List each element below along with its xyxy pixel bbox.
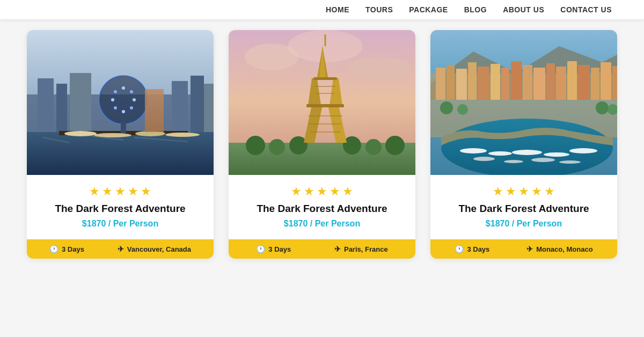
star-icon: ★ xyxy=(291,185,302,199)
svg-point-35 xyxy=(246,136,265,155)
card-location: ✈ Monaco, Monaco xyxy=(526,245,592,253)
svg-point-87 xyxy=(596,101,609,114)
svg-point-79 xyxy=(544,152,569,157)
svg-rect-8 xyxy=(27,132,214,175)
svg-point-24 xyxy=(122,110,125,113)
card-location: ✈ Paris, France xyxy=(334,245,388,253)
svg-rect-61 xyxy=(468,62,477,100)
site-header: HOMETOURSPACKAGEBLOGABOUT USCONTACT US xyxy=(0,0,644,19)
svg-point-85 xyxy=(440,101,453,114)
svg-point-76 xyxy=(460,148,487,153)
star-icon: ★ xyxy=(518,185,529,199)
card-days: 🕐 3 Days xyxy=(455,245,489,253)
card-location: ✈ Vancouver, Canada xyxy=(118,245,191,253)
nav-item-about[interactable]: ABOUT US xyxy=(503,5,544,14)
nav-item-tours[interactable]: TOURS xyxy=(365,5,393,14)
card-stars: ★★★★★ xyxy=(291,185,353,199)
svg-rect-7 xyxy=(204,84,214,137)
svg-point-77 xyxy=(488,151,512,156)
nav-item-package[interactable]: PACKAGE xyxy=(409,5,448,14)
svg-rect-58 xyxy=(436,68,445,100)
star-icon: ★ xyxy=(115,185,126,199)
card-location-label: Vancouver, Canada xyxy=(127,245,191,253)
card-title: The Dark Forest Adventure xyxy=(257,203,387,215)
card-1[interactable]: ★★★★★ The Dark Forest Adventure $1870 / … xyxy=(27,30,214,259)
svg-point-25 xyxy=(114,106,117,109)
svg-rect-45 xyxy=(306,104,344,107)
svg-point-13 xyxy=(64,131,97,136)
card-stars: ★★★★★ xyxy=(493,185,555,199)
svg-rect-63 xyxy=(491,64,500,100)
card-days-label: 3 Days xyxy=(268,245,291,253)
svg-rect-6 xyxy=(191,76,204,137)
svg-rect-59 xyxy=(447,65,455,100)
star-icon: ★ xyxy=(493,185,503,199)
svg-rect-46 xyxy=(313,77,337,80)
star-icon: ★ xyxy=(342,185,353,199)
card-days-label: 3 Days xyxy=(467,245,489,253)
svg-rect-74 xyxy=(612,66,617,100)
star-icon: ★ xyxy=(304,185,314,199)
svg-rect-65 xyxy=(511,61,522,100)
card-footer: 🕐 3 Days ✈ Vancouver, Canada xyxy=(27,239,214,259)
main-content: ★★★★★ The Dark Forest Adventure $1870 / … xyxy=(0,19,644,275)
svg-rect-72 xyxy=(591,68,599,100)
svg-rect-67 xyxy=(533,68,545,100)
star-icon: ★ xyxy=(544,185,555,199)
nav-item-blog[interactable]: BLOG xyxy=(464,5,487,14)
svg-rect-3 xyxy=(56,84,67,137)
card-price: $1870 / Per Person xyxy=(486,219,562,229)
svg-rect-68 xyxy=(546,63,555,100)
card-body: ★★★★★ The Dark Forest Adventure $1870 / … xyxy=(229,175,415,236)
svg-point-21 xyxy=(130,90,133,93)
clock-icon: 🕐 xyxy=(256,245,265,253)
svg-point-32 xyxy=(347,57,411,78)
svg-rect-27 xyxy=(121,122,126,133)
svg-rect-60 xyxy=(456,69,467,100)
nav-item-home[interactable]: HOME xyxy=(326,5,349,14)
card-3[interactable]: ★★★★★ The Dark Forest Adventure $1870 / … xyxy=(430,30,617,259)
svg-rect-73 xyxy=(601,62,611,100)
nav-item-contact[interactable]: CONTACT US xyxy=(560,5,612,14)
svg-rect-4 xyxy=(70,73,91,137)
card-2[interactable]: ★★★★★ The Dark Forest Adventure $1870 / … xyxy=(229,30,415,259)
star-icon: ★ xyxy=(506,185,516,199)
plane-icon: ✈ xyxy=(118,245,124,253)
card-body: ★★★★★ The Dark Forest Adventure $1870 / … xyxy=(430,175,617,236)
svg-rect-71 xyxy=(578,65,590,100)
svg-rect-66 xyxy=(523,65,532,100)
card-footer: 🕐 3 Days ✈ Monaco, Monaco xyxy=(430,239,617,259)
card-image-wrap xyxy=(27,30,214,175)
card-price: $1870 / Per Person xyxy=(82,219,158,229)
card-title: The Dark Forest Adventure xyxy=(458,203,589,215)
cards-grid: ★★★★★ The Dark Forest Adventure $1870 / … xyxy=(27,30,617,259)
svg-point-36 xyxy=(269,139,285,155)
card-footer: 🕐 3 Days ✈ Paris, France xyxy=(229,239,415,259)
svg-point-26 xyxy=(111,98,114,101)
svg-rect-2 xyxy=(38,78,54,137)
svg-point-18 xyxy=(99,76,148,124)
svg-point-75 xyxy=(441,119,613,175)
star-icon: ★ xyxy=(102,185,113,199)
svg-point-22 xyxy=(133,98,136,101)
svg-rect-64 xyxy=(501,68,509,100)
card-days-label: 3 Days xyxy=(62,245,84,253)
star-icon: ★ xyxy=(128,185,138,199)
svg-point-78 xyxy=(512,150,542,155)
star-icon: ★ xyxy=(531,185,542,199)
svg-rect-69 xyxy=(556,67,566,100)
card-title: The Dark Forest Adventure xyxy=(55,203,185,215)
svg-point-20 xyxy=(122,86,125,90)
svg-rect-29 xyxy=(145,89,164,132)
card-location-label: Monaco, Monaco xyxy=(536,245,592,253)
card-stars: ★★★★★ xyxy=(89,185,151,199)
svg-point-23 xyxy=(130,106,133,109)
star-icon: ★ xyxy=(330,185,340,199)
star-icon: ★ xyxy=(317,185,327,199)
clock-icon: 🕐 xyxy=(49,245,58,253)
card-days: 🕐 3 Days xyxy=(49,245,84,253)
svg-point-80 xyxy=(569,148,597,153)
svg-point-14 xyxy=(94,133,131,137)
plane-icon: ✈ xyxy=(526,245,533,253)
card-location-label: Paris, France xyxy=(344,245,388,253)
